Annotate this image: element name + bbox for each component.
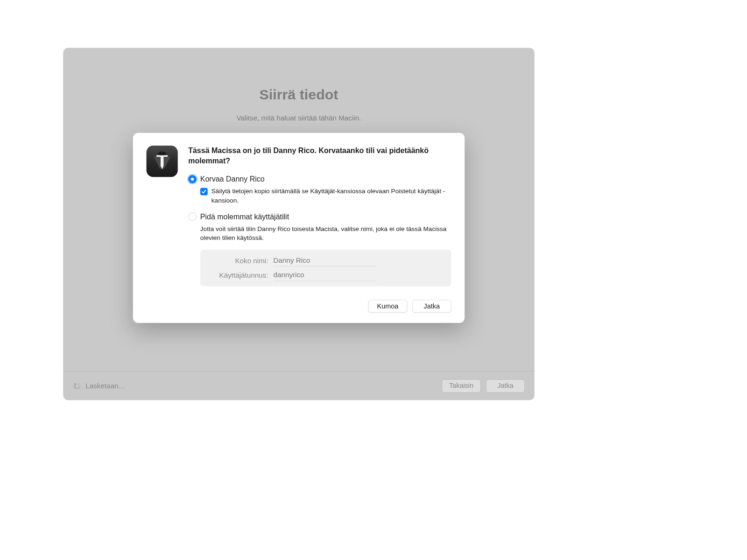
- page-subtitle: Valitse, mitä haluat siirtää tähän Macii…: [63, 114, 535, 122]
- checkbox-keep-copy[interactable]: [200, 188, 208, 195]
- fullname-input[interactable]: [274, 255, 377, 267]
- username-label: Käyttäjätunnus:: [208, 271, 274, 280]
- back-button[interactable]: Takaisin: [442, 379, 480, 392]
- radio-replace-label: Korvaa Danny Rico: [200, 175, 265, 183]
- page-title: Siirrä tiedot: [63, 87, 535, 103]
- account-conflict-dialog: Tässä Macissa on jo tili Danny Rico. Kor…: [133, 133, 465, 323]
- account-form: Koko nimi: Käyttäjätunnus:: [200, 250, 451, 286]
- radio-keep-both[interactable]: [188, 212, 197, 221]
- setup-assistant-icon: [147, 146, 178, 177]
- radio-replace-account[interactable]: [188, 175, 197, 183]
- keep-both-info-text: Jotta voit siirtää tilin Danny Rico tois…: [200, 224, 451, 242]
- fullname-label: Koko nimi:: [208, 257, 274, 265]
- status-text: Lasketaan…: [85, 382, 125, 390]
- username-input[interactable]: [274, 270, 377, 281]
- continue-button[interactable]: Jatka: [412, 300, 451, 313]
- dialog-heading: Tässä Macissa on jo tili Danny Rico. Kor…: [188, 146, 451, 166]
- spinner-icon: [73, 382, 80, 390]
- footer-continue-button[interactable]: Jatka: [486, 379, 525, 392]
- migration-assistant-window: Siirrä tiedot Valitse, mitä haluat siirt…: [63, 48, 535, 400]
- footer-bar: Lasketaan… Takaisin Jatka: [63, 371, 535, 400]
- radio-keep-both-label: Pidä molemmat käyttäjätilit: [200, 212, 289, 221]
- checkbox-keep-copy-label: Säilytä tietojen kopio siirtämällä se Kä…: [211, 187, 451, 205]
- cancel-button[interactable]: Kumoa: [368, 300, 407, 313]
